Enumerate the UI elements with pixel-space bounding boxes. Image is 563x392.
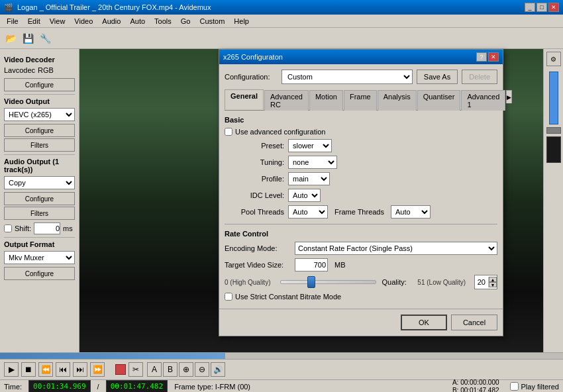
btn-d[interactable]: ⊖ [195, 362, 209, 377]
target-video-size-input[interactable] [295, 258, 328, 271]
quality-up-button[interactable]: ▲ [489, 277, 497, 282]
audio-output-configure-button[interactable]: Configure [4, 192, 75, 205]
tab-general[interactable]: General [225, 89, 264, 110]
playback-controls: ▶ ⏹ ⏪ ⏮ ⏭ ⏩ ✂ A B ⊕ ⊖ 🔊 [0, 360, 563, 379]
video-output-codec-select[interactable]: HEVC (x265) [4, 108, 75, 121]
tab-scroll-arrow[interactable]: ▶ [506, 90, 512, 103]
menu-tools[interactable]: Tools [150, 16, 176, 26]
b-label: B: 00:01:47.482 [452, 387, 499, 392]
output-format-configure-button[interactable]: Configure [4, 267, 75, 280]
encoding-mode-row: Encoding Mode: Constant Rate Factor (Sin… [225, 242, 497, 255]
tab-motion[interactable]: Motion [309, 90, 343, 111]
encoding-mode-label: Encoding Mode: [225, 244, 291, 252]
ok-button[interactable]: OK [401, 315, 447, 330]
cut-button[interactable]: ✂ [128, 362, 143, 377]
btn-c[interactable]: ⊕ [179, 362, 193, 377]
stop-button[interactable]: ⏹ [21, 362, 36, 377]
tuning-label: Tuning: [225, 158, 284, 166]
strict-cbr-checkbox[interactable] [225, 293, 232, 301]
right-thumb[interactable] [546, 127, 561, 134]
frame-type-label: Frame type: I-FRM (00) [174, 383, 250, 391]
btn-b[interactable]: B [163, 362, 178, 377]
tab-advanced1[interactable]: Advanced 1 [461, 90, 505, 111]
pool-frame-threads-row: Pool Threads Auto Frame Threads Auto [225, 205, 497, 219]
close-button[interactable]: ✕ [548, 3, 559, 12]
video-decoder-title: Video Decoder [4, 56, 75, 64]
frame-threads-select[interactable]: Auto [391, 205, 431, 219]
menu-view[interactable]: View [46, 16, 70, 26]
quality-value-container: 20 ▲ ▼ [474, 275, 497, 289]
tab-quantiser[interactable]: Quantiser [417, 90, 461, 111]
quality-value: 20 [475, 278, 488, 286]
config-row: Configuration: Custom Save As Delete [225, 70, 497, 84]
pool-threads-select[interactable]: Auto [288, 205, 328, 219]
use-advanced-checkbox[interactable] [225, 128, 232, 136]
menu-custom[interactable]: Custom [195, 16, 229, 26]
quality-slider-track [280, 280, 376, 284]
quality-slider-thumb[interactable] [307, 276, 315, 288]
video-output-filters-button[interactable]: Filters [4, 138, 75, 152]
minimize-button[interactable]: _ [525, 3, 535, 12]
toolbar-open-button[interactable]: 📂 [3, 30, 19, 46]
quality-down-button[interactable]: ▼ [489, 282, 497, 287]
quality-label: Quality: [382, 278, 406, 286]
dialog-title-bar: x265 Configuraton ? ✕ [219, 50, 503, 64]
a-label: A: 00:00:00.000 [452, 379, 499, 386]
title-bar: 🎬 Logan _ Official Trailer _ 20th Centur… [0, 0, 563, 15]
menu-audio[interactable]: Audio [98, 16, 125, 26]
play-filtered-checkbox[interactable] [510, 382, 519, 391]
prev-button[interactable]: ⏮ [56, 362, 70, 377]
right-panel-btn[interactable]: ⚙ [546, 52, 561, 66]
maximize-button[interactable]: □ [537, 3, 547, 12]
menu-edit[interactable]: Edit [24, 16, 44, 26]
save-as-button[interactable]: Save As [417, 70, 458, 84]
video-output-configure-button[interactable]: Configure [4, 124, 75, 137]
menu-file[interactable]: File [3, 16, 23, 26]
btn-e[interactable]: 🔊 [211, 362, 225, 377]
menu-help[interactable]: Help [230, 16, 253, 26]
play-button[interactable]: ▶ [4, 362, 19, 377]
timeline-bar[interactable] [0, 353, 563, 360]
rewind-button[interactable]: ⏪ [38, 362, 53, 377]
next-button[interactable]: ⏭ [73, 362, 87, 377]
toolbar-settings-button[interactable]: 🔧 [37, 30, 53, 46]
audio-output-filters-button[interactable]: Filters [4, 207, 75, 220]
output-format-section: Output Format Mkv Muxer Configure [4, 240, 75, 280]
record-button[interactable] [115, 364, 126, 375]
tabs-row: General Advanced RC Motion Frame Analysi… [225, 89, 497, 111]
right-slider[interactable] [549, 72, 558, 124]
shift-input[interactable] [34, 222, 60, 234]
output-format-select[interactable]: Mkv Muxer [4, 251, 75, 264]
tab-frame[interactable]: Frame [344, 90, 377, 111]
toolbar-save-button[interactable]: 💾 [20, 30, 36, 46]
fast-forward-button[interactable]: ⏩ [90, 362, 105, 377]
dialog-help-button[interactable]: ? [476, 52, 487, 62]
basic-section-title: Basic [225, 116, 497, 124]
end-time-display: 00:01:47.482 [106, 380, 168, 392]
btn-a[interactable]: A [147, 362, 162, 377]
strict-cbr-row: Use Strict Constant Bitrate Mode [225, 293, 497, 301]
right-black-area [546, 136, 561, 163]
tab-analysis[interactable]: Analysis [378, 90, 417, 111]
profile-label: Profile: [225, 175, 284, 183]
menu-video[interactable]: Video [70, 16, 97, 26]
idc-level-select[interactable]: Auto [288, 189, 321, 202]
audio-output-codec-select[interactable]: Copy [4, 176, 75, 189]
encoding-mode-select[interactable]: Constant Rate Factor (Single Pass) [295, 242, 497, 255]
cancel-button[interactable]: Cancel [451, 315, 497, 330]
extra-buttons: A B ⊕ ⊖ 🔊 [147, 362, 225, 377]
config-select[interactable]: Custom [282, 70, 413, 84]
delete-button[interactable]: Delete [462, 70, 497, 84]
tab-advanced-rc[interactable]: Advanced RC [264, 90, 309, 111]
video-decoder-configure-button[interactable]: Configure [4, 78, 75, 91]
menu-go[interactable]: Go [177, 16, 195, 26]
play-filtered-label: Play filtered [521, 383, 559, 391]
a-time-display: A: 00:00:00.000 B: 00:01:47.482 [452, 379, 499, 392]
profile-select[interactable]: main main10 main12 [288, 172, 330, 185]
shift-checkbox[interactable] [4, 224, 12, 232]
menu-auto[interactable]: Auto [126, 16, 149, 26]
tuning-select[interactable]: none animation grain [288, 156, 337, 169]
preset-select[interactable]: slower slow medium fast [288, 139, 332, 152]
dialog-close-button[interactable]: ✕ [488, 52, 499, 62]
strict-cbr-label: Use Strict Constant Bitrate Mode [235, 293, 341, 301]
